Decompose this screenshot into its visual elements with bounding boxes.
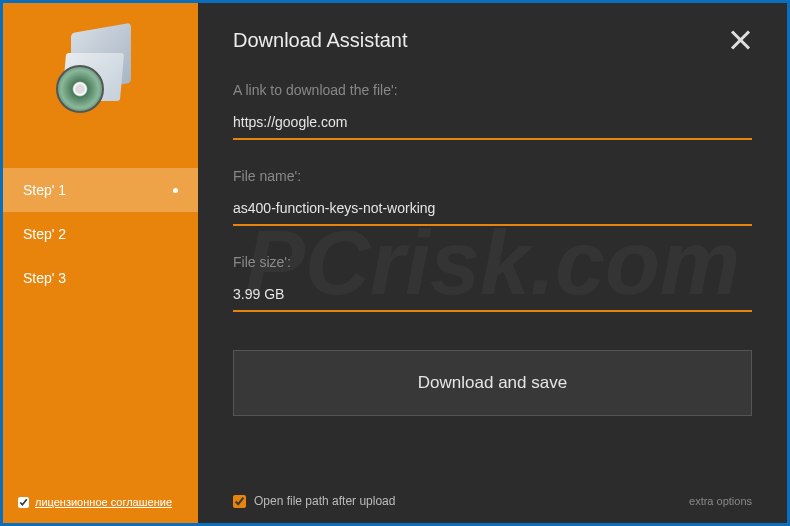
field-filesize: File size': <box>233 254 752 312</box>
steps-list: Step' 1 Step' 2 Step' 3 <box>3 168 198 300</box>
license-agreement: лицензионное соглашение <box>18 496 172 508</box>
installer-box-icon <box>56 28 146 118</box>
close-icon[interactable] <box>728 28 752 52</box>
sidebar: Step' 1 Step' 2 Step' 3 лицензионное сог… <box>3 3 198 523</box>
extra-options-link[interactable]: extra options <box>689 495 752 507</box>
open-path-checkbox[interactable] <box>233 495 246 508</box>
step-label: Step' 2 <box>23 226 66 242</box>
link-input[interactable] <box>233 110 752 140</box>
main-panel: PCrisk.com Download Assistant A link to … <box>198 3 787 523</box>
link-label: A link to download the file': <box>233 82 752 98</box>
filename-label: File name': <box>233 168 752 184</box>
filename-input[interactable] <box>233 196 752 226</box>
app-window: Step' 1 Step' 2 Step' 3 лицензионное сог… <box>0 0 790 526</box>
step-1[interactable]: Step' 1 <box>3 168 198 212</box>
field-filename: File name': <box>233 168 752 226</box>
page-title: Download Assistant <box>233 29 408 52</box>
download-button[interactable]: Download and save <box>233 350 752 416</box>
step-label: Step' 1 <box>23 182 66 198</box>
open-path-label: Open file path after upload <box>254 494 395 508</box>
field-download-link: A link to download the file': <box>233 82 752 140</box>
step-label: Step' 3 <box>23 270 66 286</box>
step-3[interactable]: Step' 3 <box>3 256 198 300</box>
step-2[interactable]: Step' 2 <box>3 212 198 256</box>
header: Download Assistant <box>233 28 752 52</box>
license-label[interactable]: лицензионное соглашение <box>35 496 172 508</box>
open-path-option: Open file path after upload <box>233 494 395 508</box>
filesize-label: File size': <box>233 254 752 270</box>
footer: Open file path after upload extra option… <box>233 494 752 508</box>
filesize-input[interactable] <box>233 282 752 312</box>
license-checkbox[interactable] <box>18 497 29 508</box>
